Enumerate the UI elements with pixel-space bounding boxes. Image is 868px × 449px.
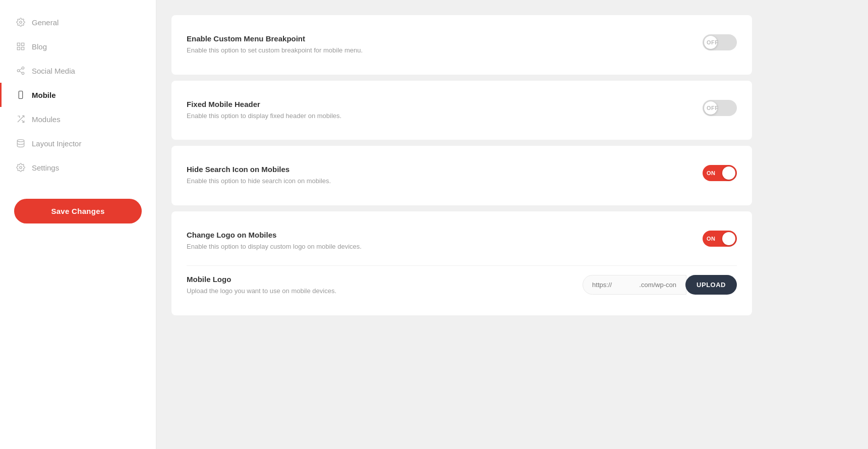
- sidebar-item-mobile[interactable]: Mobile: [0, 83, 156, 107]
- svg-rect-4: [22, 47, 24, 50]
- card-custom-menu-breakpoint: Enable Custom Menu Breakpoint Enable thi…: [171, 15, 752, 75]
- toggle-wrapper-fixed-mobile-header: ON OFF: [703, 100, 737, 116]
- layout-icon: [16, 138, 26, 148]
- toggle-wrapper-hide-search-icon: ON OFF: [703, 165, 737, 181]
- setting-desc-change-logo: Enable this option to display custom log…: [187, 242, 682, 252]
- svg-point-14: [17, 140, 24, 142]
- setting-info-custom-menu-breakpoint: Enable Custom Menu Breakpoint Enable thi…: [187, 34, 703, 55]
- toggle-custom-menu-breakpoint[interactable]: ON OFF: [703, 34, 737, 50]
- toggle-fixed-mobile-header[interactable]: ON OFF: [703, 100, 737, 116]
- upload-button[interactable]: UPLOAD: [685, 275, 737, 295]
- modules-icon: [16, 114, 26, 124]
- svg-rect-2: [22, 43, 24, 45]
- setting-title-mobile-logo: Mobile Logo: [187, 275, 562, 284]
- sidebar-item-label: General: [32, 18, 59, 27]
- save-changes-button[interactable]: Save Changes: [14, 199, 142, 223]
- svg-point-0: [20, 21, 22, 24]
- setting-row-mobile-logo: Mobile Logo Upload the logo you want to …: [187, 265, 737, 301]
- sidebar-item-label: Layout Injector: [32, 139, 81, 148]
- save-button-wrapper: Save Changes: [0, 185, 156, 238]
- svg-point-15: [20, 166, 22, 169]
- sidebar-item-label: Mobile: [32, 91, 56, 99]
- setting-row-fixed-mobile-header: Fixed Mobile Header Enable this option t…: [187, 95, 737, 126]
- toggle-wrapper-custom-menu-breakpoint: ON OFF: [703, 34, 737, 50]
- share-icon: [16, 66, 26, 76]
- sidebar-item-blog[interactable]: Blog: [0, 34, 156, 59]
- toggle-off-label: OFF: [707, 39, 719, 45]
- main-content: Enable Custom Menu Breakpoint Enable thi…: [156, 0, 767, 449]
- card-change-logo: Change Logo on Mobiles Enable this optio…: [171, 211, 752, 315]
- sidebar-item-label: Blog: [32, 42, 47, 51]
- sidebar-item-general[interactable]: General: [0, 10, 156, 34]
- setting-desc-mobile-logo: Upload the logo you want to use on mobil…: [187, 286, 562, 296]
- svg-rect-1: [17, 43, 20, 45]
- toggle-on-label: ON: [707, 170, 716, 176]
- upload-row-mobile-logo: UPLOAD: [583, 275, 737, 295]
- setting-row-hide-search-icon: Hide Search Icon on Mobiles Enable this …: [187, 160, 737, 191]
- svg-line-8: [19, 71, 22, 73]
- sidebar: General Blog Social Media Mobile Modules…: [0, 0, 156, 449]
- upload-input-row: UPLOAD: [583, 275, 737, 295]
- setting-title-custom-menu-breakpoint: Enable Custom Menu Breakpoint: [187, 34, 682, 43]
- sidebar-item-social-media[interactable]: Social Media: [0, 59, 156, 83]
- mobile-icon: [16, 90, 26, 100]
- sidebar-item-label: Settings: [32, 163, 59, 172]
- svg-point-6: [17, 70, 20, 72]
- setting-title-change-logo: Change Logo on Mobiles: [187, 231, 682, 239]
- mobile-logo-input[interactable]: [583, 275, 686, 295]
- sidebar-item-label: Modules: [32, 115, 61, 124]
- sidebar-item-layout-injector[interactable]: Layout Injector: [0, 131, 156, 155]
- blog-icon: [16, 41, 26, 51]
- setting-desc-custom-menu-breakpoint: Enable this option to set custom breakpo…: [187, 45, 682, 55]
- right-panel: [767, 0, 868, 449]
- svg-point-5: [22, 67, 24, 70]
- toggle-on-label: ON: [707, 236, 716, 242]
- setting-title-fixed-mobile-header: Fixed Mobile Header: [187, 100, 682, 108]
- card-fixed-mobile-header: Fixed Mobile Header Enable this option t…: [171, 81, 752, 140]
- setting-title-hide-search-icon: Hide Search Icon on Mobiles: [187, 165, 682, 174]
- svg-point-7: [22, 72, 24, 75]
- sidebar-item-label: Social Media: [32, 67, 75, 75]
- svg-line-9: [19, 69, 22, 70]
- setting-info-change-logo: Change Logo on Mobiles Enable this optio…: [187, 231, 703, 252]
- setting-desc-fixed-mobile-header: Enable this option to display fixed head…: [187, 111, 682, 121]
- settings-icon: [16, 162, 26, 173]
- svg-line-13: [22, 120, 24, 123]
- toggle-change-logo[interactable]: ON OFF: [703, 231, 737, 247]
- gear-icon: [16, 17, 26, 27]
- sidebar-item-modules[interactable]: Modules: [0, 107, 156, 131]
- svg-rect-3: [17, 47, 20, 50]
- sidebar-item-settings[interactable]: Settings: [0, 155, 156, 180]
- toggle-wrapper-change-logo: ON OFF: [703, 231, 737, 247]
- card-hide-search-icon: Hide Search Icon on Mobiles Enable this …: [171, 146, 752, 205]
- setting-info-hide-search-icon: Hide Search Icon on Mobiles Enable this …: [187, 165, 703, 186]
- toggle-hide-search-icon[interactable]: ON OFF: [703, 165, 737, 181]
- toggle-off-label: OFF: [707, 105, 719, 111]
- toggle-knob: [722, 166, 735, 180]
- setting-row-change-logo: Change Logo on Mobiles Enable this optio…: [187, 226, 737, 257]
- setting-desc-hide-search-icon: Enable this option to hide search icon o…: [187, 176, 682, 186]
- svg-rect-10: [19, 91, 23, 99]
- setting-info-mobile-logo: Mobile Logo Upload the logo you want to …: [187, 275, 583, 296]
- setting-row-custom-menu-breakpoint: Enable Custom Menu Breakpoint Enable thi…: [187, 29, 737, 61]
- setting-info-fixed-mobile-header: Fixed Mobile Header Enable this option t…: [187, 100, 703, 121]
- toggle-knob: [722, 232, 735, 245]
